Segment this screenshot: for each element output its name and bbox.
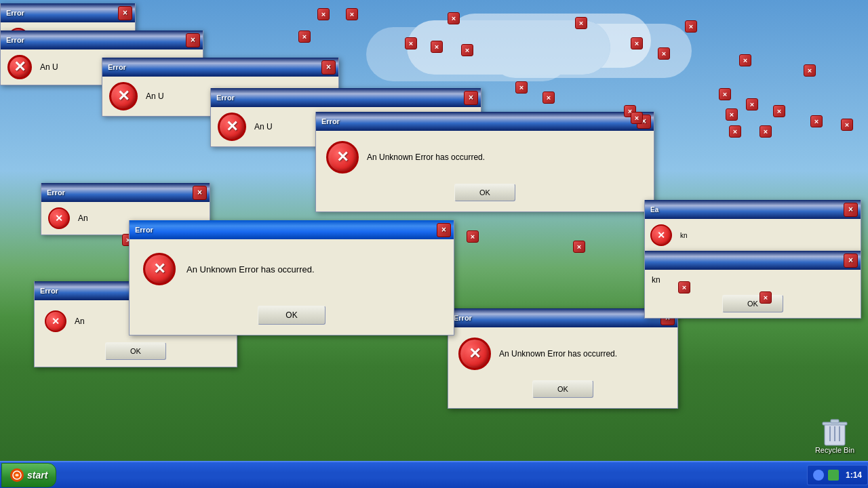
floating-close-29[interactable]: × [760,291,772,304]
floating-close-10[interactable]: × [631,37,643,49]
error-message: An Unknown Error has occurred. [499,349,617,359]
ok-button[interactable]: OK [454,184,515,201]
error-window-bg8: Error × An Unknown Error has occurred. O… [448,308,678,409]
main-error-icon [143,253,176,285]
error-message: An U [254,122,273,131]
system-tray: 1:14 [807,465,868,485]
error-message: An Unknown Error has occurred. [367,152,485,162]
ok-button[interactable]: OK [722,295,783,312]
tray-icon-2 [828,470,839,481]
error-icon [48,207,70,229]
floating-close-3[interactable]: × [448,12,460,24]
titlebar: Error × [211,88,481,107]
error-icon [7,55,32,79]
window-title: Error [3,9,115,17]
window-title-main: Error [132,226,434,234]
window-title: Ea [648,206,841,214]
floating-close-20[interactable]: × [810,115,823,127]
taskbar: start 1:14 [0,461,868,488]
floating-close-6[interactable]: × [298,30,311,43]
ok-button[interactable]: OK [105,342,166,360]
window-title: Error [105,63,319,71]
error-window-bg5: Error × An Unknown Error has occurred. O… [315,112,654,212]
recycle-bin[interactable]: Recycle Bin [815,415,854,454]
floating-close-15[interactable]: × [542,92,555,104]
close-button[interactable]: × [321,60,336,75]
close-button[interactable]: × [186,33,200,47]
close-button[interactable]: × [844,203,858,217]
start-label: start [27,470,47,481]
floating-close-1[interactable]: × [317,8,330,20]
error-message: An U [146,92,164,101]
titlebar: Error × [1,30,203,49]
floating-close-13[interactable]: × [804,64,816,77]
main-ok-button[interactable]: OK [258,306,326,325]
window-title: Error [214,94,461,102]
tray-icon-1 [813,470,824,481]
titlebar: × [645,251,861,270]
error-message: An [75,317,85,326]
floating-close-9[interactable]: × [461,44,473,56]
floating-close-25[interactable]: × [631,112,643,124]
floating-close-12[interactable]: × [739,54,751,66]
error-window-bg10: × kn OK [644,251,861,319]
titlebar: Error × [102,58,338,77]
floating-close-11[interactable]: × [658,47,670,60]
floating-close-21[interactable]: × [841,119,853,131]
floating-close-5[interactable]: × [685,20,697,33]
titlebar: Ea × [645,200,861,219]
floating-close-18[interactable]: × [773,105,785,117]
floating-close-23[interactable]: × [729,125,741,138]
close-button[interactable]: × [118,6,132,20]
floating-close-8[interactable]: × [431,41,443,53]
clock: 1:14 [846,470,862,480]
floating-close-24[interactable]: × [760,125,772,138]
error-window-bg9: Ea × kn [644,200,861,252]
error-icon [109,82,138,110]
recycle-bin-label: Recycle Bin [815,446,854,454]
error-icon [650,224,672,246]
titlebar: Error × [41,183,210,202]
floating-close-4[interactable]: × [575,17,587,29]
start-button[interactable]: start [1,463,56,487]
floating-close-17[interactable]: × [746,98,758,110]
window-title: Error [44,188,190,197]
window-title: Error [451,314,658,322]
main-error-message: An Unknown Error has occurred. [186,264,315,274]
window-title: Error [3,36,183,44]
titlebar-active: Error × [130,220,454,239]
floating-close-16[interactable]: × [719,88,731,100]
ok-button[interactable]: OK [532,380,593,398]
floating-close-2[interactable]: × [346,8,358,20]
error-icon [45,310,66,332]
titlebar: Error × [316,112,654,131]
error-message: kn [680,232,688,239]
error-icon [326,141,359,174]
error-message: kn [652,275,660,285]
titlebar: Error × [448,308,677,327]
main-close-button[interactable]: × [437,223,451,237]
desktop: Error × An U Error × An U Error × [0,0,868,488]
floating-close-27[interactable]: × [573,241,585,253]
error-icon [218,113,246,141]
titlebar: Error × [1,3,135,22]
error-icon [458,338,491,370]
error-message: An [78,214,88,223]
floating-close-19[interactable]: × [726,108,738,121]
error-window-main: Error × An Unknown Error has occurred. O… [129,220,454,336]
recycle-bin-icon [821,415,848,446]
start-icon [10,468,24,482]
window-title: Error [319,117,634,125]
floating-close-28[interactable]: × [678,281,690,293]
close-button[interactable]: × [844,253,858,268]
floating-close-26[interactable]: × [467,230,479,243]
close-button[interactable]: × [193,186,207,200]
close-button[interactable]: × [464,91,478,105]
error-message: An U [40,62,58,72]
floating-close-14[interactable]: × [515,81,528,94]
svg-rect-2 [831,420,839,423]
floating-close-7[interactable]: × [405,37,417,49]
